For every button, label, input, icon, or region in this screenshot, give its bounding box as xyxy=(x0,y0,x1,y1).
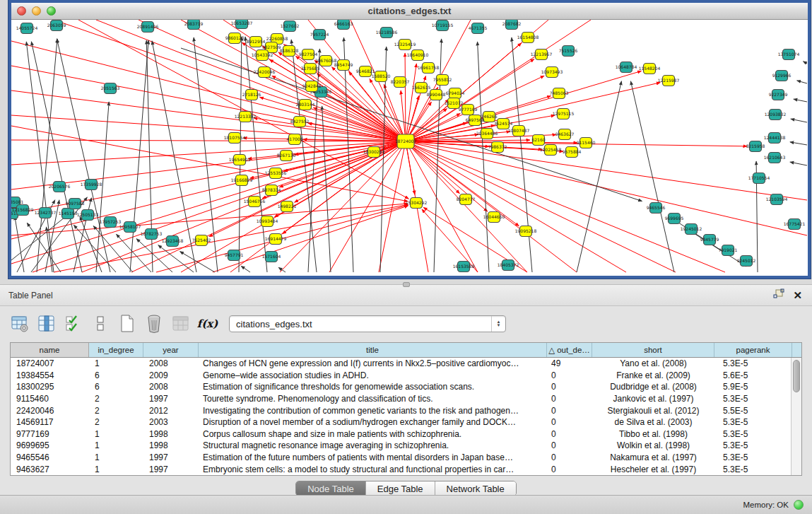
graph-node[interactable]: 12215987 xyxy=(658,76,680,86)
function-builder-icon[interactable]: f(x) xyxy=(198,315,217,334)
graph-node[interactable]: 16154808 xyxy=(517,33,539,43)
table-row[interactable]: 1456911722003Disruption of a novel membe… xyxy=(11,416,801,428)
scrollbar-thumb[interactable] xyxy=(793,360,800,392)
graph-node[interactable]: 20206576 xyxy=(49,182,71,192)
graph-node[interactable]: 9457791 xyxy=(225,250,244,261)
graph-node[interactable]: 20891406 xyxy=(137,22,159,33)
graph-node[interactable]: 8427552 xyxy=(290,117,310,127)
close-window-button[interactable] xyxy=(17,6,26,16)
graph-node[interactable]: 16153588 xyxy=(453,262,475,272)
graph-node[interactable]: 1498221 xyxy=(278,201,297,212)
graph-node[interactable]: 12213967 xyxy=(531,49,553,60)
table-row[interactable]: 911546021997Tourette syndrome. Phenomeno… xyxy=(11,393,801,405)
graph-node[interactable]: 12103594 xyxy=(766,194,788,205)
graph-node[interactable]: 7625402 xyxy=(192,235,211,246)
float-panel-icon[interactable] xyxy=(773,288,784,302)
graph-node[interactable]: 9227349 xyxy=(769,90,788,100)
graph-node[interactable]: 17710554 xyxy=(748,173,770,184)
graph-node[interactable]: 12553556 xyxy=(265,168,287,179)
graph-node[interactable]: 11548204 xyxy=(639,64,661,74)
network-canvas[interactable]: 1405572420630592089140620837191065328715… xyxy=(11,20,808,275)
graph-node[interactable]: 18405372 xyxy=(498,260,519,271)
graph-node[interactable]: 16775421 xyxy=(784,219,806,230)
graph-node[interactable]: 10807487 xyxy=(508,126,530,136)
column-header-4[interactable]: △ out_de… xyxy=(547,343,592,357)
graph-node[interactable]: 9115460 xyxy=(577,138,596,148)
graph-node[interactable]: 417006 xyxy=(287,134,303,145)
table-row[interactable]: 1830029562008Estimation of significance … xyxy=(11,381,801,393)
graph-node[interactable]: 8454749 xyxy=(334,60,353,71)
graph-node[interactable]: 12093832 xyxy=(765,110,787,120)
graph-node[interactable]: 9245012 xyxy=(737,256,756,267)
table-row[interactable]: 1938455462009Genome–wide association stu… xyxy=(11,370,801,382)
table-row[interactable]: 969969511998Structural magnetic resonanc… xyxy=(11,440,801,452)
table-selector-dropdown[interactable]: citations_edges.txt ▲▼ xyxy=(229,315,506,332)
tab-node-table[interactable]: Node Table xyxy=(296,481,366,496)
column-header-3[interactable]: title xyxy=(199,343,547,357)
delete-rows-icon[interactable] xyxy=(144,315,163,334)
graph-node[interactable]: 1527602 xyxy=(281,21,300,32)
table-settings-icon[interactable] xyxy=(10,315,29,334)
select-all-icon[interactable] xyxy=(64,315,83,334)
graph-node[interactable]: 16782753 xyxy=(141,229,163,240)
graph-node[interactable]: 4671355 xyxy=(469,23,488,34)
splitter-handle[interactable] xyxy=(403,282,410,287)
vertical-scrollbar[interactable] xyxy=(791,358,801,475)
graph-node[interactable]: 10973493 xyxy=(541,67,563,78)
graph-node[interactable]: 9463627 xyxy=(555,129,575,140)
graph-node[interactable]: 15304292 xyxy=(406,198,428,209)
graph-node[interactable]: 7919021 xyxy=(719,245,738,256)
memory-status-indicator[interactable] xyxy=(794,500,804,510)
table-row[interactable]: 946554611997Estimation of the future num… xyxy=(11,452,801,464)
graph-node[interactable]: 12923468 xyxy=(162,236,184,247)
graph-node[interactable]: 10958107 xyxy=(119,222,141,233)
graph-node[interactable]: 2718126 xyxy=(242,90,261,100)
graph-node[interactable]: 12325419 xyxy=(394,40,416,50)
graph-node[interactable]: 9465546 xyxy=(647,203,666,214)
graph-node[interactable]: 8204777 xyxy=(457,194,476,205)
graph-node[interactable]: 9699695 xyxy=(665,214,684,224)
graph-node[interactable]: 12342737 xyxy=(35,208,57,218)
column-header-2[interactable]: year xyxy=(143,343,199,357)
graph-node[interactable]: 8878334 xyxy=(262,185,281,196)
graph-node[interactable]: 7955812 xyxy=(433,75,452,86)
column-header-6[interactable]: pagerank xyxy=(714,343,792,357)
graph-node[interactable]: 2063059 xyxy=(47,21,66,31)
table-row[interactable]: 977716911998Corpus callosum shape and si… xyxy=(11,428,801,440)
graph-node[interactable]: 10993484 xyxy=(257,216,278,227)
graph-node[interactable]: 10025458 xyxy=(540,145,562,156)
graph-node[interactable]: 12444138 xyxy=(764,133,786,144)
graph-node[interactable]: 9777169 xyxy=(459,105,478,115)
graph-node[interactable]: 6466163 xyxy=(334,20,353,30)
close-panel-icon[interactable]: ✕ xyxy=(793,289,802,302)
graph-node[interactable]: 16961758 xyxy=(418,63,440,74)
graph-node[interactable]: 18107554 xyxy=(224,133,246,144)
graph-node[interactable]: 7515526 xyxy=(559,46,578,57)
insert-column-icon[interactable] xyxy=(37,315,56,334)
graph-node[interactable]: 9129966 xyxy=(772,71,792,81)
graph-node[interactable]: 13751074 xyxy=(778,49,800,60)
graph-node[interactable]: 9575884 xyxy=(563,147,582,158)
graph-node[interactable]: 8215958 xyxy=(746,141,765,152)
table-row[interactable]: 946362711997Embryonic stem cells: a mode… xyxy=(11,463,801,475)
graph-node[interactable]: 17957253 xyxy=(100,217,122,228)
graph-node[interactable]: 10543392 xyxy=(252,50,273,61)
graph-node[interactable]: 6794024 xyxy=(446,88,465,99)
graph-node[interactable]: 18640910 xyxy=(407,50,429,61)
graph-node[interactable]: 12975115 xyxy=(553,109,575,119)
graph-node[interactable]: 19218586 xyxy=(376,28,398,38)
zoom-window-button[interactable] xyxy=(47,6,56,16)
graph-node[interactable]: 17359928 xyxy=(81,180,102,190)
window-titlebar[interactable]: citations_edges.txt xyxy=(11,3,808,20)
graph-node[interactable]: 8186328 xyxy=(280,46,299,57)
graph-node[interactable]: 14055724 xyxy=(16,23,38,34)
table-panel-header[interactable]: Table Panel ✕ xyxy=(0,284,812,306)
new-table-icon[interactable] xyxy=(117,315,136,334)
graph-node[interactable]: 1588520 xyxy=(372,71,391,82)
tab-edge-table[interactable]: Edge Table xyxy=(366,481,435,496)
graph-node[interactable]: 10719155 xyxy=(432,21,454,31)
table-row[interactable]: 2242004622012Investigating the contribut… xyxy=(11,404,801,416)
graph-node[interactable]: 8990448 xyxy=(427,90,446,100)
graph-node[interactable]: 8220357 xyxy=(391,77,410,88)
graph-node[interactable]: 9097588 xyxy=(66,199,85,209)
